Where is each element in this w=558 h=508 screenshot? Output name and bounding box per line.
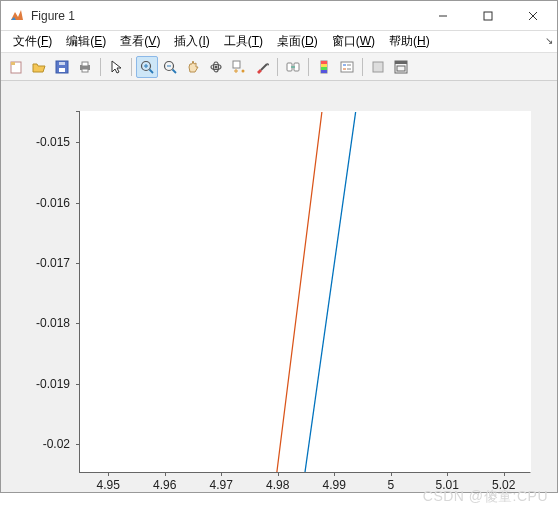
menu-f[interactable]: 文件(F) [7,31,58,52]
ytick-label: -0.017 [10,256,70,270]
pointer-icon[interactable] [105,56,127,78]
dock-icon[interactable] [390,56,412,78]
svg-line-12 [150,69,154,73]
svg-rect-41 [395,61,407,64]
ytick-label: -0.016 [10,196,70,210]
new-figure-icon[interactable] [5,56,27,78]
svg-rect-33 [321,70,327,73]
menu-w[interactable]: 窗口(W) [326,31,381,52]
svg-rect-21 [233,61,240,68]
data-cursor-icon[interactable] [228,56,250,78]
svg-rect-30 [321,61,327,64]
print-icon[interactable] [74,56,96,78]
plot-lines [80,112,530,472]
svg-rect-1 [484,12,492,20]
ytick-label: -0.019 [10,377,70,391]
menu-h[interactable]: 帮助(H) [383,31,436,52]
close-button[interactable] [510,2,555,30]
save-icon[interactable] [51,56,73,78]
svg-rect-34 [341,62,353,72]
separator [277,58,278,76]
xtick-label: 5 [376,478,406,492]
menu-e[interactable]: 编辑(E) [60,31,112,52]
plot-area[interactable]: -0.015-0.016-0.017-0.018-0.019-0.024.954… [1,81,557,492]
link-icon[interactable] [282,56,304,78]
svg-point-20 [215,65,218,68]
svg-line-16 [173,69,177,73]
svg-rect-7 [59,62,65,65]
svg-rect-39 [373,62,383,72]
svg-rect-6 [59,68,65,72]
xtick-label: 4.96 [150,478,180,492]
titlebar[interactable]: Figure 1 [1,1,557,31]
svg-rect-32 [321,67,327,70]
menu-i[interactable]: 插入(I) [168,31,215,52]
xtick-label: 4.98 [263,478,293,492]
svg-point-24 [242,69,245,72]
xtick-label: 5.02 [489,478,519,492]
minimize-button[interactable] [420,2,465,30]
ytick-label: -0.02 [10,437,70,451]
xtick-label: 4.99 [319,478,349,492]
hide-tools-icon[interactable] [367,56,389,78]
xtick-label: 4.95 [93,478,123,492]
zoom-in-icon[interactable] [136,56,158,78]
xtick-label: 4.97 [206,478,236,492]
menu-d[interactable]: 桌面(D) [271,31,324,52]
ytick-label: -0.018 [10,316,70,330]
axes[interactable]: -0.015-0.016-0.017-0.018-0.019-0.024.954… [79,111,531,473]
separator [362,58,363,76]
brush-icon[interactable] [251,56,273,78]
separator [308,58,309,76]
separator [131,58,132,76]
svg-rect-10 [82,69,88,72]
rotate3d-icon[interactable] [205,56,227,78]
line-series2 [305,112,356,472]
colorbar-icon[interactable] [313,56,335,78]
open-icon[interactable] [28,56,50,78]
xtick-label: 5.01 [432,478,462,492]
svg-line-25 [261,64,267,70]
menubar: 文件(F)编辑(E)查看(V)插入(I)工具(T)桌面(D)窗口(W)帮助(H)… [1,31,557,53]
pan-icon[interactable] [182,56,204,78]
svg-rect-31 [321,64,327,67]
zoom-out-icon[interactable] [159,56,181,78]
window-title: Figure 1 [31,9,420,23]
figure-window: Figure 1 文件(F)编辑(E)查看(V)插入(I)工具(T)桌面(D)窗… [0,0,558,493]
matlab-icon [9,8,25,24]
ytick-label: -0.015 [10,135,70,149]
separator [100,58,101,76]
toolbar [1,53,557,81]
svg-rect-42 [397,66,405,71]
menu-t[interactable]: 工具(T) [218,31,269,52]
maximize-button[interactable] [465,2,510,30]
line-series1 [277,112,322,472]
menu-overflow-icon[interactable]: ↘ [545,35,553,46]
menu-v[interactable]: 查看(V) [114,31,166,52]
legend-icon[interactable] [336,56,358,78]
svg-rect-9 [82,62,88,66]
